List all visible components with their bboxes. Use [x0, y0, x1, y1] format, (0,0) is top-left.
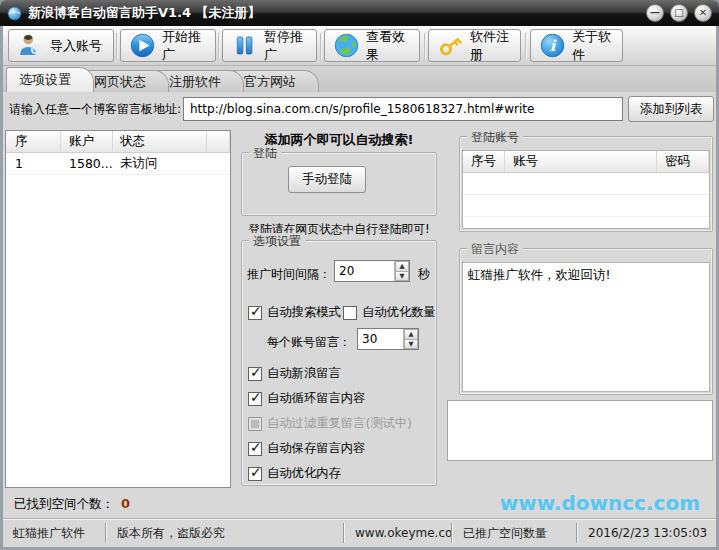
play-icon [129, 32, 156, 59]
start-promotion-button[interactable]: 开始推广 [120, 29, 216, 62]
empty-row [463, 173, 709, 195]
statusbar: 虹猫推广软件 版本所有，盗版必究 www.okeyme.com 已推广空间数量 … [3, 518, 716, 547]
tab-label: 网页状态 [94, 74, 146, 89]
url-bar: 请输入任意一个博客留言板地址: 添加到列表 [3, 92, 716, 126]
header-status[interactable]: 状态 [113, 131, 207, 152]
blog-url-input[interactable] [183, 97, 623, 121]
toolbar-separator [320, 33, 322, 59]
header-account[interactable]: 账户 [61, 131, 113, 152]
accounts-list: 序 账户 状态 1 1580... 未访问 [5, 130, 231, 488]
interval-unit: 秒 [418, 266, 430, 283]
login-accounts-header: 序号 账号 密码 [463, 151, 709, 173]
found-count-label: 已找到空间个数： [14, 496, 114, 513]
tabstrip: 选项设置 网页状态 注册软件 官方网站 [3, 66, 716, 92]
close-button[interactable]: ✕ [694, 4, 712, 22]
toolbar-separator [218, 33, 220, 59]
statusbar-copyright: 版本所有，盗版必究 [107, 525, 343, 542]
message-content-title: 留言内容 [467, 241, 523, 258]
toolbar-button-label: 软件注册 [470, 28, 512, 64]
checkbox-unchecked-icon [343, 306, 357, 320]
manual-login-label: 手动登陆 [302, 171, 352, 188]
toolbar-button-label: 导入账号 [50, 37, 102, 55]
login-accounts-table: 序号 账号 密码 [462, 150, 710, 229]
tab-options[interactable]: 选项设置 [6, 67, 94, 92]
tab-official-site[interactable]: 官方网站 [231, 70, 319, 92]
per-account-label: 每个账号留言： [267, 334, 351, 351]
import-accounts-button[interactable]: 导入账号 [8, 29, 114, 62]
login-group: 登陆 手动登陆 [241, 152, 437, 216]
checkbox-checked-icon: ✓ [248, 442, 262, 456]
checkbox-checked-icon: ✓ [248, 367, 262, 381]
cell-index: 1 [6, 156, 61, 171]
accounts-list-header: 序 账户 状态 [6, 131, 230, 153]
checkbox-label: 自动循环留言内容 [267, 390, 365, 407]
spinner-up-icon[interactable]: ▲ [404, 329, 418, 339]
per-account-input[interactable] [358, 329, 403, 349]
interval-spinner: ▲ ▼ [334, 260, 410, 282]
message-content-textarea[interactable]: 虹猫推广软件，欢迎回访! [462, 262, 710, 392]
checkbox-checked-icon: ✓ [248, 467, 262, 481]
auto-optimize-memory-checkbox[interactable]: ✓ 自动优化内存 [248, 465, 341, 482]
key-icon [437, 32, 464, 59]
checkbox-checked-icon: ✓ [248, 392, 262, 406]
auto-filter-duplicate-checkbox: 自动过滤重复留言(测试中) [248, 415, 412, 432]
checkbox-checked-icon: ✓ [248, 306, 262, 320]
toolbar-separator [525, 33, 527, 59]
pause-promotion-button[interactable]: 暂停推广 [222, 29, 317, 62]
window-controls: — □ ✕ [646, 4, 712, 22]
login-accounts-title: 登陆账号 [467, 129, 523, 146]
url-label: 请输入任意一个博客留言板地址: [9, 101, 181, 118]
empty-row [463, 217, 709, 229]
toolbar-button-label: 查看效果 [366, 28, 411, 64]
header-index[interactable]: 序 [6, 131, 61, 152]
auto-loop-content-checkbox[interactable]: ✓ 自动循环留言内容 [248, 390, 365, 407]
auto-sina-comment-checkbox[interactable]: ✓ 自动新浪留言 [248, 365, 341, 382]
titlebar: 新浪博客自动留言助手V1.4 【未注册】 — □ ✕ [0, 0, 719, 26]
view-results-button[interactable]: 查看效果 [324, 29, 420, 62]
interval-label: 推广时间间隔： [247, 266, 331, 283]
app-window: 新浪博客自动留言助手V1.4 【未注册】 — □ ✕ 导入账号 [0, 0, 719, 550]
interval-input[interactable] [335, 261, 394, 281]
toolbar-separator [116, 33, 118, 59]
spinner-up-icon[interactable]: ▲ [395, 261, 409, 271]
login-accounts-group: 登陆账号 序号 账号 密码 [459, 136, 713, 232]
statusbar-website: www.okeyme.com [345, 526, 451, 540]
auto-optimize-count-checkbox[interactable]: 自动优化数量 [343, 304, 436, 321]
checkbox-label: 自动新浪留言 [267, 365, 341, 382]
pause-icon [231, 32, 258, 59]
tab-label: 选项设置 [19, 72, 71, 87]
spinner-down-icon[interactable]: ▼ [395, 271, 409, 282]
toolbar-button-label: 暂停推广 [264, 28, 308, 64]
minimize-button[interactable]: — [646, 4, 664, 22]
log-box [447, 400, 713, 461]
user-magnifier-icon [17, 32, 44, 59]
toolbar: 导入账号 开始推广 [3, 26, 716, 66]
manual-login-button[interactable]: 手动登陆 [288, 166, 366, 193]
add-to-list-button[interactable]: 添加到列表 [628, 96, 714, 122]
table-row[interactable]: 1 1580... 未访问 [6, 153, 230, 175]
watermark: www.downcc.com [500, 491, 700, 515]
maximize-button[interactable]: □ [670, 4, 688, 22]
auto-search-label: 自动搜索模式 [267, 304, 341, 321]
toolbar-button-label: 开始推广 [162, 28, 207, 64]
auto-search-checkbox[interactable]: ✓ 自动搜索模式 [248, 304, 341, 321]
statusbar-promoted-count: 已推广空间数量 [453, 525, 576, 542]
found-row: 已找到空间个数： 0 www.downcc.com [3, 488, 716, 518]
register-software-button[interactable]: 软件注册 [428, 29, 521, 62]
header-seq[interactable]: 序号 [463, 151, 505, 172]
spinner-down-icon[interactable]: ▼ [404, 339, 418, 350]
tab-web-status[interactable]: 网页状态 [81, 70, 169, 92]
about-software-button[interactable]: i 关于软件 [530, 29, 623, 62]
found-count-value: 0 [121, 496, 130, 511]
auto-save-content-checkbox[interactable]: ✓ 自动保存留言内容 [248, 440, 365, 457]
header-password[interactable]: 密码 [657, 151, 709, 172]
header-filler [207, 131, 230, 152]
statusbar-datetime: 2016/2/23 13:05:03 [578, 526, 716, 540]
tab-label: 官方网站 [244, 74, 296, 89]
tab-register[interactable]: 注册软件 [156, 70, 244, 92]
login-group-title: 登陆 [249, 145, 281, 162]
checkbox-label: 自动过滤重复留言(测试中) [267, 415, 412, 432]
header-account[interactable]: 账号 [505, 151, 657, 172]
app-icon [7, 6, 22, 21]
toolbar-separator [424, 33, 426, 59]
